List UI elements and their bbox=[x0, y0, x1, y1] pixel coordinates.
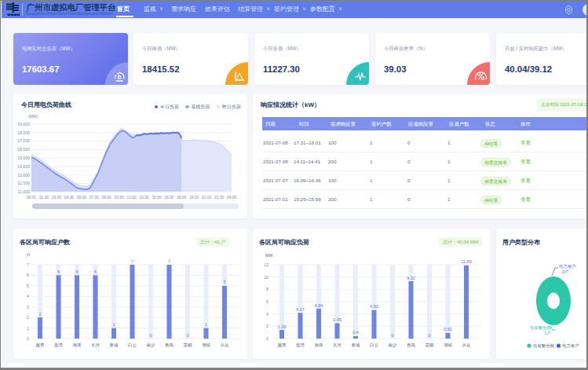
svg-text:电力用户: 电力用户 bbox=[559, 264, 576, 269]
svg-text:03:00: 03:00 bbox=[52, 196, 61, 200]
svg-text:15:00: 15:00 bbox=[152, 196, 161, 200]
svg-text:10:30: 10:30 bbox=[115, 196, 124, 200]
svg-text:10: 10 bbox=[264, 275, 268, 280]
svg-text:6: 6 bbox=[75, 269, 78, 274]
svg-text:从化: 从化 bbox=[462, 343, 472, 348]
svg-text:16,000: 16,000 bbox=[17, 147, 30, 152]
svg-text:负荷聚合商: 负荷聚合商 bbox=[533, 343, 555, 349]
svg-text:22:30: 22:30 bbox=[214, 196, 224, 200]
svg-text:花都: 花都 bbox=[425, 343, 435, 348]
svg-text:19,000: 19,000 bbox=[17, 122, 30, 126]
svg-text:南沙: 南沙 bbox=[389, 343, 398, 348]
svg-text:12:00: 12:00 bbox=[126, 196, 136, 200]
svg-text:番禺: 番禺 bbox=[407, 343, 415, 348]
svg-text:15,000: 15,000 bbox=[17, 156, 30, 160]
svg-text:3: 3 bbox=[27, 305, 29, 310]
svg-text:2: 2 bbox=[27, 315, 29, 320]
svg-text:18,000: 18,000 bbox=[17, 130, 30, 135]
svg-text:越秀: 越秀 bbox=[278, 343, 287, 348]
svg-text:6: 6 bbox=[57, 269, 60, 274]
svg-text:01:30: 01:30 bbox=[39, 196, 49, 200]
svg-text:7: 7 bbox=[131, 259, 133, 264]
svg-text:16:30: 16:30 bbox=[164, 196, 173, 200]
svg-text:11.89: 11.89 bbox=[461, 259, 472, 264]
svg-text:4: 4 bbox=[27, 294, 29, 299]
svg-text:6: 6 bbox=[27, 273, 29, 277]
svg-text:1.39: 1.39 bbox=[278, 324, 287, 329]
svg-text:5: 5 bbox=[223, 280, 225, 284]
svg-text:07:30: 07:30 bbox=[89, 196, 99, 200]
svg-text:17,000: 17,000 bbox=[17, 138, 30, 143]
svg-text:南沙: 南沙 bbox=[147, 343, 156, 348]
svg-text:户: 户 bbox=[26, 253, 30, 258]
svg-text:2: 2 bbox=[266, 324, 268, 328]
svg-text:荔湾: 荔湾 bbox=[54, 343, 64, 348]
svg-text:13,000: 13,000 bbox=[17, 173, 30, 178]
svg-text:0: 0 bbox=[266, 336, 268, 341]
svg-text:电力用户: 电力用户 bbox=[562, 343, 579, 349]
svg-text:增城: 增城 bbox=[202, 343, 211, 347]
svg-text:天河: 天河 bbox=[91, 343, 100, 348]
svg-text:19:30: 19:30 bbox=[189, 196, 199, 200]
svg-text:2: 2 bbox=[38, 312, 41, 317]
svg-text:越秀: 越秀 bbox=[36, 343, 46, 348]
svg-text:黄埔: 黄埔 bbox=[352, 343, 361, 347]
svg-text:荔湾: 荔湾 bbox=[296, 343, 305, 348]
svg-text:4.17: 4.17 bbox=[296, 307, 305, 312]
svg-text:11,000: 11,000 bbox=[18, 189, 31, 194]
svg-text:6: 6 bbox=[266, 299, 268, 304]
svg-text:9.32: 9.32 bbox=[407, 276, 415, 280]
svg-text:白云: 白云 bbox=[370, 343, 379, 348]
svg-text:12,000: 12,000 bbox=[17, 181, 30, 185]
svg-text:黄埔: 黄埔 bbox=[110, 343, 119, 347]
svg-text:21:00: 21:00 bbox=[202, 196, 211, 200]
svg-text:白云: 白云 bbox=[128, 343, 137, 348]
svg-text:0: 0 bbox=[428, 333, 430, 338]
svg-text:从化: 从化 bbox=[221, 343, 230, 348]
svg-text:花都: 花都 bbox=[184, 343, 193, 348]
svg-text:天河: 天河 bbox=[333, 343, 342, 348]
svg-text:0: 0 bbox=[27, 336, 29, 341]
svg-text:6: 6 bbox=[94, 269, 97, 274]
svg-text:06:00: 06:00 bbox=[77, 196, 86, 200]
svg-text:04:30: 04:30 bbox=[64, 196, 74, 200]
svg-text:2.49: 2.49 bbox=[333, 317, 341, 322]
svg-text:1: 1 bbox=[205, 322, 207, 327]
svg-text:09:00: 09:00 bbox=[102, 196, 111, 200]
svg-text:12: 12 bbox=[264, 262, 268, 267]
svg-text:18:00: 18:00 bbox=[177, 196, 186, 200]
svg-text:0: 0 bbox=[149, 333, 152, 338]
svg-text:MW: MW bbox=[265, 253, 273, 258]
svg-text:增城: 增城 bbox=[444, 343, 453, 347]
svg-text:0: 0 bbox=[391, 333, 393, 338]
svg-text:4.84: 4.84 bbox=[315, 303, 323, 308]
svg-text:负荷聚合商: 负荷聚合商 bbox=[530, 325, 552, 331]
svg-text:00:00: 00:00 bbox=[27, 196, 36, 200]
svg-text:14,000: 14,000 bbox=[17, 164, 30, 169]
svg-text:5: 5 bbox=[27, 284, 29, 288]
svg-text:24:00: 24:00 bbox=[227, 196, 236, 200]
svg-text:海珠: 海珠 bbox=[73, 343, 82, 348]
svg-text:1: 1 bbox=[112, 322, 115, 327]
svg-text:0户: 0户 bbox=[562, 269, 568, 274]
svg-text:7: 7 bbox=[27, 262, 29, 267]
svg-text:13:30: 13:30 bbox=[139, 196, 148, 200]
svg-text:0: 0 bbox=[186, 333, 188, 338]
svg-text:1: 1 bbox=[27, 326, 29, 331]
svg-text:番禺: 番禺 bbox=[165, 343, 173, 348]
svg-text:4.62: 4.62 bbox=[370, 304, 378, 309]
svg-text:0.92: 0.92 bbox=[444, 327, 452, 332]
svg-text:4: 4 bbox=[266, 312, 268, 317]
svg-text:7: 7 bbox=[168, 259, 170, 264]
svg-text:(MW): (MW) bbox=[28, 114, 38, 119]
svg-text:海珠: 海珠 bbox=[315, 343, 324, 348]
svg-text:0.4: 0.4 bbox=[352, 330, 359, 335]
svg-text:8: 8 bbox=[266, 287, 268, 291]
svg-text:1户: 1户 bbox=[545, 331, 551, 335]
